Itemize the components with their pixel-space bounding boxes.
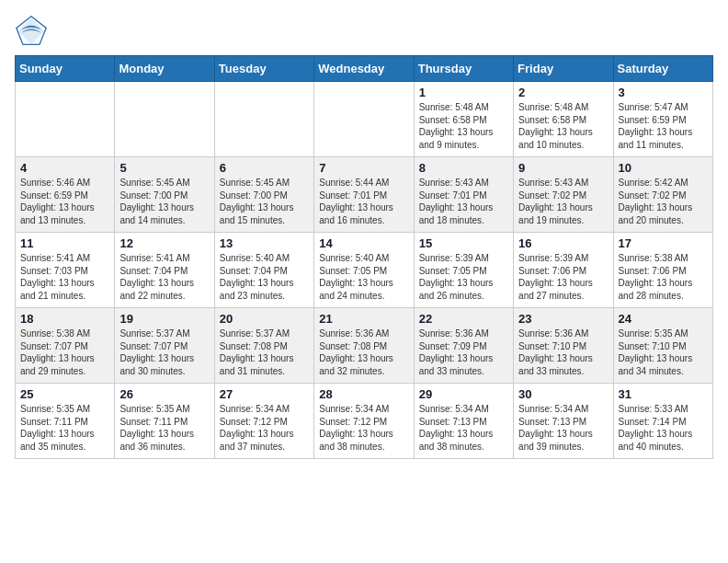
- empty-day: [115, 82, 214, 157]
- day-number: 26: [119, 387, 209, 401]
- day-info: Sunrise: 5:44 AM Sunset: 7:01 PM Dayligh…: [319, 178, 393, 225]
- day-info: Sunrise: 5:37 AM Sunset: 7:08 PM Dayligh…: [220, 328, 294, 376]
- day-number: 10: [619, 161, 708, 175]
- calendar-day-24: 24Sunrise: 5:35 AM Sunset: 7:10 PM Dayli…: [613, 308, 712, 384]
- day-number: 17: [619, 236, 708, 250]
- calendar-day-9: 9Sunrise: 5:43 AM Sunset: 7:02 PM Daylig…: [514, 157, 613, 233]
- day-info: Sunrise: 5:33 AM Sunset: 7:14 PM Dayligh…: [619, 404, 693, 452]
- day-number: 1: [419, 86, 508, 99]
- weekday-header-row: SundayMondayTuesdayWednesdayThursdayFrid…: [16, 56, 713, 82]
- calendar-day-11: 11Sunrise: 5:41 AM Sunset: 7:03 PM Dayli…: [16, 233, 115, 308]
- day-info: Sunrise: 5:35 AM Sunset: 7:11 PM Dayligh…: [20, 404, 95, 452]
- calendar-day-27: 27Sunrise: 5:34 AM Sunset: 7:12 PM Dayli…: [214, 384, 313, 459]
- day-info: Sunrise: 5:35 AM Sunset: 7:11 PM Dayligh…: [119, 404, 194, 452]
- day-number: 5: [119, 161, 209, 175]
- calendar-week-row: 4Sunrise: 5:46 AM Sunset: 6:59 PM Daylig…: [16, 157, 713, 233]
- calendar-day-17: 17Sunrise: 5:38 AM Sunset: 7:06 PM Dayli…: [613, 233, 712, 308]
- calendar-day-3: 3Sunrise: 5:47 AM Sunset: 6:59 PM Daylig…: [613, 82, 712, 157]
- logo-icon: [15, 15, 48, 48]
- calendar-day-21: 21Sunrise: 5:36 AM Sunset: 7:08 PM Dayli…: [314, 308, 414, 384]
- day-number: 9: [518, 161, 608, 175]
- day-info: Sunrise: 5:39 AM Sunset: 7:06 PM Dayligh…: [518, 253, 593, 301]
- day-number: 2: [518, 86, 608, 99]
- day-info: Sunrise: 5:39 AM Sunset: 7:05 PM Dayligh…: [419, 253, 494, 301]
- day-number: 31: [619, 387, 708, 401]
- weekday-header-tuesday: Tuesday: [214, 56, 313, 82]
- calendar-table: SundayMondayTuesdayWednesdayThursdayFrid…: [15, 55, 713, 459]
- calendar-day-4: 4Sunrise: 5:46 AM Sunset: 6:59 PM Daylig…: [16, 157, 115, 233]
- calendar-day-31: 31Sunrise: 5:33 AM Sunset: 7:14 PM Dayli…: [613, 384, 712, 459]
- day-info: Sunrise: 5:36 AM Sunset: 7:10 PM Dayligh…: [518, 328, 593, 376]
- day-info: Sunrise: 5:45 AM Sunset: 7:00 PM Dayligh…: [119, 178, 194, 225]
- day-number: 27: [220, 387, 309, 401]
- weekday-header-saturday: Saturday: [613, 56, 712, 82]
- calendar-day-20: 20Sunrise: 5:37 AM Sunset: 7:08 PM Dayli…: [214, 308, 313, 384]
- day-number: 25: [20, 387, 109, 401]
- day-number: 18: [20, 312, 109, 326]
- calendar-day-14: 14Sunrise: 5:40 AM Sunset: 7:05 PM Dayli…: [314, 233, 414, 308]
- calendar-week-row: 25Sunrise: 5:35 AM Sunset: 7:11 PM Dayli…: [16, 384, 713, 459]
- day-info: Sunrise: 5:45 AM Sunset: 7:00 PM Dayligh…: [220, 178, 294, 225]
- calendar-day-26: 26Sunrise: 5:35 AM Sunset: 7:11 PM Dayli…: [115, 384, 214, 459]
- day-number: 8: [419, 161, 508, 175]
- day-info: Sunrise: 5:48 AM Sunset: 6:58 PM Dayligh…: [518, 102, 593, 150]
- logo: [15, 15, 51, 48]
- calendar-day-16: 16Sunrise: 5:39 AM Sunset: 7:06 PM Dayli…: [514, 233, 613, 308]
- day-info: Sunrise: 5:38 AM Sunset: 7:06 PM Dayligh…: [619, 253, 693, 301]
- empty-day: [16, 82, 115, 157]
- day-info: Sunrise: 5:43 AM Sunset: 7:02 PM Dayligh…: [518, 178, 593, 225]
- day-info: Sunrise: 5:46 AM Sunset: 6:59 PM Dayligh…: [20, 178, 95, 225]
- calendar-day-2: 2Sunrise: 5:48 AM Sunset: 6:58 PM Daylig…: [514, 82, 613, 157]
- day-number: 28: [319, 387, 408, 401]
- calendar-day-7: 7Sunrise: 5:44 AM Sunset: 7:01 PM Daylig…: [314, 157, 414, 233]
- day-info: Sunrise: 5:40 AM Sunset: 7:05 PM Dayligh…: [319, 253, 393, 301]
- calendar-day-15: 15Sunrise: 5:39 AM Sunset: 7:05 PM Dayli…: [414, 233, 513, 308]
- day-number: 16: [518, 236, 608, 250]
- day-number: 12: [119, 236, 209, 250]
- day-number: 6: [220, 161, 309, 175]
- day-number: 4: [20, 161, 109, 175]
- day-info: Sunrise: 5:37 AM Sunset: 7:07 PM Dayligh…: [119, 328, 194, 376]
- day-number: 30: [518, 387, 608, 401]
- day-number: 11: [20, 236, 109, 250]
- calendar-day-8: 8Sunrise: 5:43 AM Sunset: 7:01 PM Daylig…: [414, 157, 513, 233]
- calendar-day-5: 5Sunrise: 5:45 AM Sunset: 7:00 PM Daylig…: [115, 157, 214, 233]
- weekday-header-wednesday: Wednesday: [314, 56, 414, 82]
- day-info: Sunrise: 5:36 AM Sunset: 7:08 PM Dayligh…: [319, 328, 393, 376]
- day-number: 15: [419, 236, 508, 250]
- empty-day: [314, 82, 414, 157]
- day-info: Sunrise: 5:34 AM Sunset: 7:13 PM Dayligh…: [419, 404, 494, 452]
- calendar-day-12: 12Sunrise: 5:41 AM Sunset: 7:04 PM Dayli…: [115, 233, 214, 308]
- day-info: Sunrise: 5:36 AM Sunset: 7:09 PM Dayligh…: [419, 328, 494, 376]
- day-info: Sunrise: 5:34 AM Sunset: 7:12 PM Dayligh…: [220, 404, 294, 452]
- day-info: Sunrise: 5:34 AM Sunset: 7:12 PM Dayligh…: [319, 404, 393, 452]
- day-number: 22: [419, 312, 508, 326]
- day-info: Sunrise: 5:41 AM Sunset: 7:04 PM Dayligh…: [119, 253, 194, 301]
- weekday-header-sunday: Sunday: [16, 56, 115, 82]
- empty-day: [214, 82, 313, 157]
- day-info: Sunrise: 5:48 AM Sunset: 6:58 PM Dayligh…: [419, 102, 494, 150]
- day-info: Sunrise: 5:38 AM Sunset: 7:07 PM Dayligh…: [20, 328, 95, 376]
- day-info: Sunrise: 5:40 AM Sunset: 7:04 PM Dayligh…: [220, 253, 294, 301]
- calendar-day-29: 29Sunrise: 5:34 AM Sunset: 7:13 PM Dayli…: [414, 384, 513, 459]
- page-header: [15, 15, 713, 48]
- calendar-week-row: 1Sunrise: 5:48 AM Sunset: 6:58 PM Daylig…: [16, 82, 713, 157]
- calendar-week-row: 18Sunrise: 5:38 AM Sunset: 7:07 PM Dayli…: [16, 308, 713, 384]
- day-info: Sunrise: 5:34 AM Sunset: 7:13 PM Dayligh…: [518, 404, 593, 452]
- weekday-header-friday: Friday: [514, 56, 613, 82]
- calendar-day-1: 1Sunrise: 5:48 AM Sunset: 6:58 PM Daylig…: [414, 82, 513, 157]
- calendar-day-30: 30Sunrise: 5:34 AM Sunset: 7:13 PM Dayli…: [514, 384, 613, 459]
- calendar-day-18: 18Sunrise: 5:38 AM Sunset: 7:07 PM Dayli…: [16, 308, 115, 384]
- day-number: 19: [119, 312, 209, 326]
- day-info: Sunrise: 5:35 AM Sunset: 7:10 PM Dayligh…: [619, 328, 693, 376]
- calendar-day-13: 13Sunrise: 5:40 AM Sunset: 7:04 PM Dayli…: [214, 233, 313, 308]
- day-number: 3: [619, 86, 708, 99]
- calendar-day-23: 23Sunrise: 5:36 AM Sunset: 7:10 PM Dayli…: [514, 308, 613, 384]
- day-number: 13: [220, 236, 309, 250]
- weekday-header-thursday: Thursday: [414, 56, 513, 82]
- day-number: 7: [319, 161, 408, 175]
- day-info: Sunrise: 5:42 AM Sunset: 7:02 PM Dayligh…: [619, 178, 693, 225]
- calendar-week-row: 11Sunrise: 5:41 AM Sunset: 7:03 PM Dayli…: [16, 233, 713, 308]
- day-info: Sunrise: 5:43 AM Sunset: 7:01 PM Dayligh…: [419, 178, 494, 225]
- calendar-day-22: 22Sunrise: 5:36 AM Sunset: 7:09 PM Dayli…: [414, 308, 513, 384]
